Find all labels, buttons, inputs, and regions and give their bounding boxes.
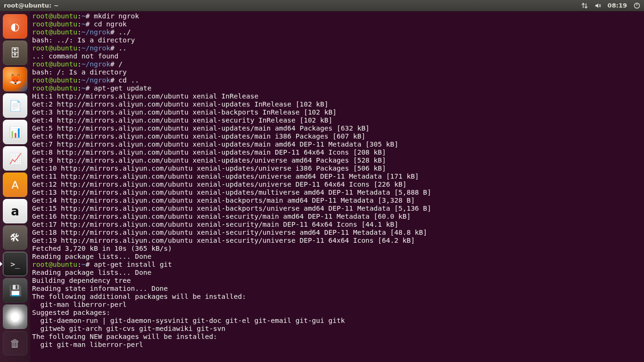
terminal-line: Get:17 http://mirrors.aliyun.com/ubuntu … [32,221,642,229]
terminal-line: root@ubuntu:~/ngrok# .. [32,44,642,52]
terminal-line: root@ubuntu:~# cd ngrok [32,20,642,28]
terminal-line: git git-man liberror-perl [32,341,642,349]
terminal-line: Get:7 http://mirrors.aliyun.com/ubuntu x… [32,140,642,148]
terminal-line: Get:12 http://mirrors.aliyun.com/ubuntu … [32,181,642,189]
amazon-icon[interactable]: a [3,199,27,223]
terminal-line: root@ubuntu:~# apt-get update [32,84,642,92]
terminal-line: root@ubuntu:~/ngrok# / [32,60,642,68]
terminal-line: root@ubuntu:~/ngrok# cd .. [32,76,642,84]
terminal-line: root@ubuntu:~# apt-get install git [32,261,642,269]
writer-icon[interactable]: 📄 [3,93,27,118]
window-title: root@ubuntu: ~ [4,2,581,9]
terminal-line: git-man liberror-perl [32,301,642,309]
terminal-line: root@ubuntu:~/ngrok# ../ [32,28,642,36]
terminal-line: Reading package lists... Done [32,269,642,277]
settings-icon[interactable]: 🛠 [3,225,27,250]
terminal-line: Get:3 http://mirrors.aliyun.com/ubuntu x… [32,108,642,116]
terminal-line: Get:15 http://mirrors.aliyun.com/ubuntu … [32,205,642,213]
terminal-line: Get:2 http://mirrors.aliyun.com/ubuntu x… [32,100,642,108]
files-icon[interactable]: 🗄 [3,41,27,65]
disk-icon[interactable]: 💾 [3,278,27,303]
calc-icon[interactable]: 📊 [3,120,27,144]
terminal-line: Building dependency tree [32,277,642,285]
terminal-output[interactable]: root@ubuntu:~# mkdir ngrokroot@ubuntu:~#… [30,11,644,362]
terminal-line: The following NEW packages will be insta… [32,333,642,341]
dvd-icon[interactable]: ◉ [3,304,27,329]
terminal-icon[interactable]: >_ [3,252,27,276]
terminal-line: Get:19 http://mirrors.aliyun.com/ubuntu … [32,237,642,245]
terminal-line: Get:11 http://mirrors.aliyun.com/ubuntu … [32,173,642,181]
session-icon[interactable] [634,2,640,9]
volume-icon[interactable] [594,2,601,9]
terminal-line: Get:18 http://mirrors.aliyun.com/ubuntu … [32,229,642,237]
terminal-line: ..: command not found [32,52,642,60]
terminal-line: Get:14 http://mirrors.aliyun.com/ubuntu … [32,197,642,205]
firefox-icon[interactable]: 🦊 [3,67,27,91]
dash-icon[interactable]: ◐ [3,14,27,39]
terminal-line: Reading package lists... Done [32,253,642,261]
terminal-line: Get:13 http://mirrors.aliyun.com/ubuntu … [32,189,642,197]
terminal-line: Reading state information... Done [32,285,642,293]
clock[interactable]: 08:19 [608,2,627,9]
terminal-line: gitweb git-arch git-cvs git-mediawiki gi… [32,325,642,333]
terminal-line: Get:10 http://mirrors.aliyun.com/ubuntu … [32,165,642,173]
terminal-line: Get:16 http://mirrors.aliyun.com/ubuntu … [32,213,642,221]
terminal-line: bash: ../: Is a directory [32,36,642,44]
trash-icon[interactable]: 🗑 [3,331,27,355]
terminal-line: bash: /: Is a directory [32,68,642,76]
terminal-line: Get:6 http://mirrors.aliyun.com/ubuntu x… [32,132,642,140]
terminal-line: git-daemon-run | git-daemon-sysvinit git… [32,317,642,325]
impress-icon[interactable]: 📈 [3,146,27,171]
terminal-line: root@ubuntu:~# mkdir ngrok [32,12,642,20]
unity-launcher: ◐ 🗄 🦊 📄 📊 📈 A a 🛠 >_ 💾 ◉ 🗑 [0,11,30,362]
terminal-line: Fetched 3,720 kB in 10s (365 kB/s) [32,245,642,253]
network-icon[interactable] [581,2,588,9]
terminal-line: The following additional packages will b… [32,293,642,301]
system-tray: 08:19 [581,2,640,9]
top-menu-bar: root@ubuntu: ~ 08:19 [0,0,644,11]
terminal-line: Get:4 http://mirrors.aliyun.com/ubuntu x… [32,116,642,124]
terminal-line: Get:8 http://mirrors.aliyun.com/ubuntu x… [32,148,642,156]
terminal-line: Get:5 http://mirrors.aliyun.com/ubuntu x… [32,124,642,132]
terminal-line: Suggested packages: [32,309,642,317]
software-center-icon[interactable]: A [3,173,27,197]
terminal-line: Hit:1 http://mirrors.aliyun.com/ubuntu x… [32,92,642,100]
terminal-line: Get:9 http://mirrors.aliyun.com/ubuntu x… [32,156,642,165]
